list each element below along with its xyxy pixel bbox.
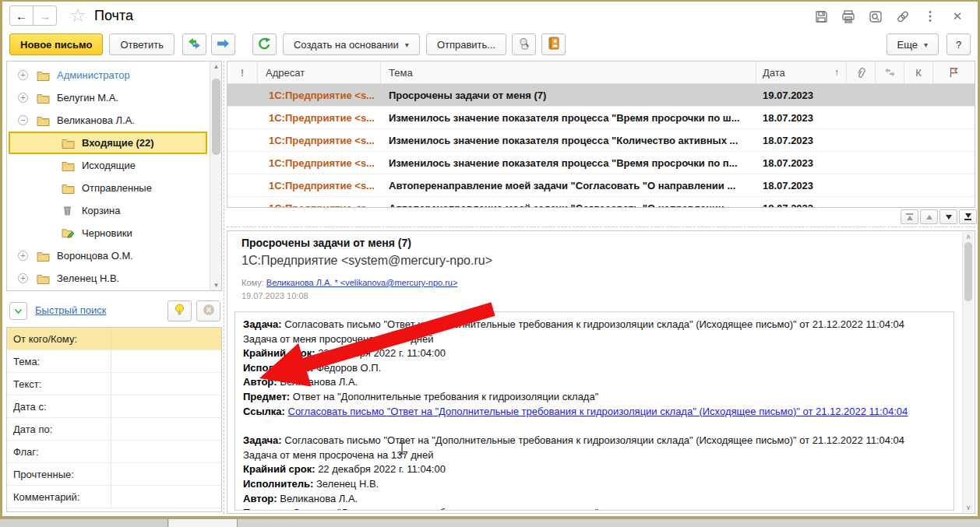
column-addressee[interactable]: Адресат bbox=[258, 61, 381, 83]
more-button[interactable]: Еще bbox=[887, 33, 939, 55]
status-cell bbox=[876, 197, 904, 208]
sidebar-folder-item[interactable]: Входящие (22) bbox=[9, 132, 207, 154]
column-label: Дата bbox=[763, 67, 785, 79]
subject-cell: Изменилось значение показателя процесса … bbox=[381, 152, 756, 174]
expand-toggle-icon[interactable]: + bbox=[18, 93, 28, 103]
filter-value-input[interactable] bbox=[111, 463, 221, 485]
preview-icon[interactable] bbox=[868, 9, 883, 24]
column-importance[interactable]: ! bbox=[227, 61, 258, 83]
column-flag[interactable] bbox=[933, 61, 975, 83]
field-label: Исполнитель: bbox=[243, 362, 313, 374]
favorite-star-icon[interactable]: ☆ bbox=[69, 5, 86, 26]
quick-search-link[interactable]: Быстрый поиск bbox=[35, 304, 107, 316]
forward-button[interactable]: → bbox=[33, 5, 57, 26]
filter-value-input[interactable] bbox=[111, 373, 221, 395]
filter-value-input[interactable] bbox=[111, 418, 221, 440]
print-icon[interactable] bbox=[841, 9, 856, 24]
new-mail-button[interactable]: Новое письмо bbox=[9, 33, 103, 55]
date-cell: 18.07.2023 bbox=[756, 129, 847, 151]
sidebar-folder-item[interactable]: Корзина bbox=[7, 199, 209, 222]
task-link[interactable]: Согласовать письмо "Ответ на "Дополнител… bbox=[288, 406, 908, 417]
reply-all-icon bbox=[187, 37, 202, 51]
folder-icon bbox=[37, 114, 50, 126]
importance-cell bbox=[227, 129, 258, 151]
sidebar-folder-item[interactable]: +Белугин М.А. bbox=[7, 86, 209, 109]
create-based-on-button[interactable]: Создать на основании bbox=[283, 33, 420, 55]
status-cell bbox=[933, 129, 975, 151]
expand-toggle-icon[interactable]: − bbox=[18, 115, 28, 125]
scroll-up-icon[interactable]: ∧ bbox=[963, 232, 974, 241]
mail-list-row[interactable]: 1С:Предприятие <s...Просрочены задачи от… bbox=[227, 84, 975, 107]
preview-scrollbar-thumb[interactable] bbox=[964, 242, 972, 301]
date-cell: 18.07.2023 bbox=[756, 107, 847, 128]
filter-row: От кого/Кому: bbox=[7, 328, 221, 350]
tree-scrollbar-thumb[interactable] bbox=[212, 79, 220, 155]
tree-scrollbar[interactable]: ▲ ▼ bbox=[210, 61, 221, 290]
sender-cell: 1С:Предприятие <s... bbox=[258, 197, 381, 208]
sidebar-item-label: Администратор bbox=[57, 69, 130, 81]
scroll-down-button[interactable] bbox=[939, 209, 957, 224]
mail-list-row[interactable]: 1С:Предприятие <s...Изменилось значение … bbox=[227, 152, 975, 174]
reply-all-button[interactable] bbox=[182, 33, 206, 55]
filter-value-input[interactable] bbox=[111, 328, 221, 350]
hint-bulb-button[interactable] bbox=[167, 300, 192, 321]
window-action-icons: ✕ bbox=[813, 9, 965, 24]
column-date[interactable]: Дата↑ bbox=[756, 61, 847, 83]
mail-list-row[interactable]: 1С:Предприятие <s...Изменилось значение … bbox=[227, 129, 975, 152]
close-icon[interactable]: ✕ bbox=[950, 9, 965, 24]
expand-toggle-icon[interactable]: + bbox=[18, 70, 28, 80]
preview-scrollbar[interactable]: ∧ ∨ bbox=[962, 232, 974, 512]
sidebar-folder-item[interactable]: +Администратор bbox=[7, 64, 209, 86]
filter-value-input[interactable] bbox=[111, 395, 221, 417]
sidebar-folder-item[interactable]: Отправленные bbox=[7, 177, 209, 199]
scroll-to-bottom-button[interactable] bbox=[959, 209, 977, 224]
mail-list-header: ! Адресат Тема Дата↑ К bbox=[227, 61, 975, 84]
horizontal-splitter[interactable] bbox=[227, 227, 975, 227]
save-icon[interactable] bbox=[813, 9, 829, 24]
search-mail-button[interactable] bbox=[512, 33, 536, 55]
help-button[interactable]: ? bbox=[947, 33, 971, 55]
expand-toggle-icon[interactable]: + bbox=[18, 273, 28, 283]
column-copy[interactable]: К bbox=[904, 61, 933, 83]
mail-folder-tree: +Администратор+Белугин М.А.−Великанова Л… bbox=[6, 61, 222, 291]
refresh-button[interactable] bbox=[252, 33, 277, 55]
link-icon[interactable] bbox=[895, 9, 911, 24]
expand-toggle-icon[interactable]: + bbox=[18, 251, 28, 261]
column-replied[interactable] bbox=[876, 61, 904, 83]
sidebar-folder-item[interactable]: Черновики bbox=[7, 222, 209, 244]
forward-mail-button[interactable] bbox=[211, 33, 235, 55]
filter-value-input[interactable] bbox=[111, 486, 221, 508]
mail-list-row[interactable]: 1С:Предприятие <s...Автоперенаправление … bbox=[227, 174, 975, 197]
title-bar: ← → ☆ Почта ✕ bbox=[2, 2, 978, 31]
filter-value-input[interactable] bbox=[111, 441, 221, 462]
chevron-down-icon bbox=[14, 308, 23, 314]
column-subject[interactable]: Тема bbox=[381, 61, 756, 83]
recipient-link[interactable]: Великанова Л.А. * <velikanova@mercury-np… bbox=[266, 278, 458, 287]
sidebar-folder-item[interactable]: Исходящие bbox=[7, 154, 209, 177]
scroll-up-button[interactable] bbox=[920, 209, 938, 224]
folder-icon bbox=[37, 250, 50, 262]
sidebar-folder-item[interactable]: −Великанова Л.А. bbox=[7, 109, 209, 132]
address-book-button[interactable] bbox=[541, 33, 566, 55]
reply-button[interactable]: Ответить bbox=[109, 33, 174, 55]
column-attachment[interactable] bbox=[847, 61, 876, 83]
scroll-down-icon[interactable]: ∨ bbox=[963, 503, 974, 512]
send-button[interactable]: Отправить... bbox=[426, 33, 506, 55]
sidebar-folder-item[interactable]: +Зеленец Н.В. bbox=[7, 267, 209, 290]
mail-list-row[interactable]: 1С:Предприятие <s...Автоперенаправление … bbox=[227, 197, 975, 208]
scroll-up-icon[interactable]: ▲ bbox=[210, 61, 222, 72]
sidebar-folder-item[interactable]: +Воронцова О.М. bbox=[7, 244, 209, 267]
quick-search-header: Быстрый поиск bbox=[6, 300, 222, 324]
scroll-down-icon[interactable]: ▼ bbox=[210, 280, 222, 290]
status-cell bbox=[847, 129, 876, 151]
scroll-to-top-button[interactable] bbox=[901, 209, 918, 224]
folder-icon bbox=[37, 92, 50, 104]
quick-search-filters: От кого/Кому:Тема:Текст:Дата с:Дата по:Ф… bbox=[6, 327, 222, 512]
filter-value-input[interactable] bbox=[111, 350, 221, 372]
mail-list-row[interactable]: 1С:Предприятие <s...Изменилось значение … bbox=[227, 107, 975, 129]
back-button[interactable]: ← bbox=[9, 5, 33, 26]
vertical-splitter[interactable] bbox=[224, 61, 224, 514]
quick-search-toggle-button[interactable] bbox=[9, 302, 27, 320]
more-menu-icon[interactable] bbox=[922, 9, 938, 24]
clear-search-button[interactable] bbox=[196, 300, 220, 321]
